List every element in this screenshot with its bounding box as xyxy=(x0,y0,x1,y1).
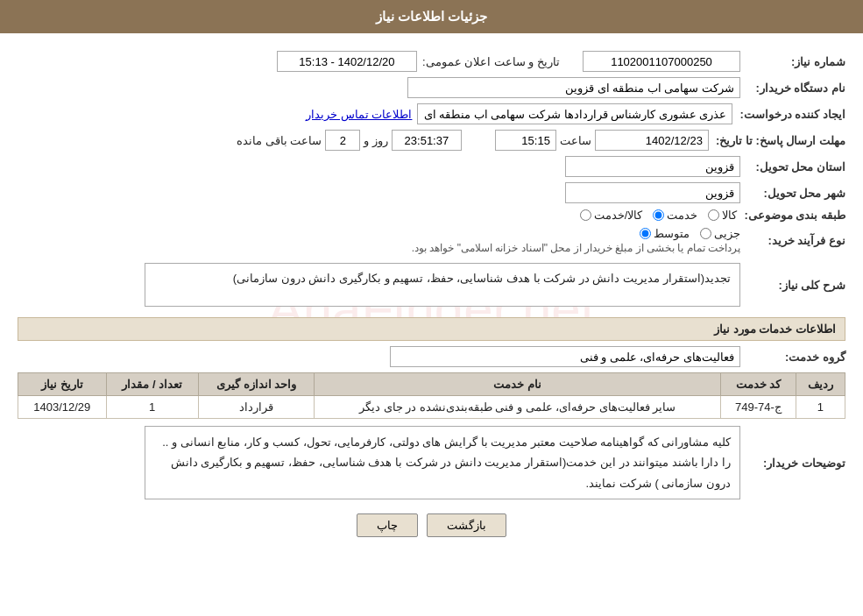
deadline-label: مهلت ارسال پاسخ: تا تاریخ: xyxy=(709,134,845,147)
process-radio-group: جزیی متوسط xyxy=(640,227,740,240)
cell-unit: قرارداد xyxy=(198,396,315,419)
category-radio-group: کالا خدمت کالا/خدمت xyxy=(580,209,738,222)
remaining-day-label: روز و xyxy=(364,134,388,147)
bottom-buttons-container: بازگشت چاپ xyxy=(18,513,845,537)
cell-rownum: 1 xyxy=(796,396,845,419)
cell-code: ج-74-749 xyxy=(721,396,796,419)
deadline-date-input[interactable] xyxy=(595,130,709,151)
category-option-goods[interactable]: کالا xyxy=(708,209,737,222)
remaining-days-input[interactable] xyxy=(325,130,360,151)
need-number-label: شماره نیاز: xyxy=(740,55,845,68)
page-title: جزئیات اطلاعات نیاز xyxy=(376,9,487,24)
category-goods-radio[interactable] xyxy=(708,209,719,221)
process-label: نوع فرآیند خرید: xyxy=(740,234,845,247)
category-service-label: خدمت xyxy=(667,209,697,222)
creator-label: ایجاد کننده درخواست: xyxy=(732,108,845,121)
deadline-time-input[interactable] xyxy=(495,130,556,151)
process-option-medium[interactable]: متوسط xyxy=(640,227,690,240)
announce-date-input[interactable] xyxy=(277,51,417,72)
service-group-input[interactable] xyxy=(390,346,740,367)
category-service-radio[interactable] xyxy=(653,209,664,221)
category-option-service[interactable]: خدمت xyxy=(653,209,697,222)
category-option-both[interactable]: کالا/خدمت xyxy=(580,209,643,222)
back-button[interactable]: بازگشت xyxy=(427,513,506,537)
table-row: 1 ج-74-749 سایر فعالیت‌های حرفه‌ای، علمی… xyxy=(18,396,845,419)
category-both-radio[interactable] xyxy=(580,209,591,221)
col-header-unit: واحد اندازه گیری xyxy=(198,373,315,396)
col-header-code: کد خدمت xyxy=(721,373,796,396)
need-desc-label: شرح کلی نیاز: xyxy=(740,279,845,292)
creator-contact-link[interactable]: اطلاعات تماس خریدار xyxy=(306,108,412,121)
city-input[interactable] xyxy=(565,182,740,203)
print-button[interactable]: چاپ xyxy=(357,513,418,537)
process-medium-radio[interactable] xyxy=(640,228,651,239)
deadline-time-label: ساعت xyxy=(560,134,591,147)
process-note: پرداخت تمام یا بخشی از مبلغ خریدار از مح… xyxy=(412,242,740,254)
category-goods-label: کالا xyxy=(722,209,737,222)
cell-name: سایر فعالیت‌های حرفه‌ای، علمی و فنی طبقه… xyxy=(315,396,721,419)
cell-date: 1403/12/29 xyxy=(18,396,107,419)
buyer-org-label: نام دستگاه خریدار: xyxy=(740,81,845,95)
process-medium-label: متوسط xyxy=(654,227,690,240)
province-input[interactable] xyxy=(565,156,740,177)
service-group-label: گروه خدمت: xyxy=(740,350,845,364)
page-header: جزئیات اطلاعات نیاز xyxy=(0,0,863,33)
services-section-title: اطلاعات خدمات مورد نیاز xyxy=(18,317,845,341)
creator-input[interactable] xyxy=(417,103,732,124)
buyer-desc-label: توضیحات خریدار: xyxy=(740,457,845,470)
announce-date-label: تاریخ و ساعت اعلان عمومی: xyxy=(422,55,560,68)
col-header-rownum: ردیف xyxy=(796,373,845,396)
services-table: ردیف کد خدمت نام خدمت واحد اندازه گیری ت… xyxy=(18,372,845,419)
services-table-container: ردیف کد خدمت نام خدمت واحد اندازه گیری ت… xyxy=(18,372,845,419)
process-partial-radio[interactable] xyxy=(700,228,711,239)
remaining-label: ساعت باقی مانده xyxy=(237,134,322,147)
need-number-input[interactable] xyxy=(583,51,740,72)
remaining-time-input[interactable] xyxy=(392,130,462,151)
process-partial-label: جزیی xyxy=(714,227,740,240)
province-label: استان محل تحویل: xyxy=(740,160,845,173)
category-label: طبقه بندی موضوعی: xyxy=(737,209,845,222)
buyer-desc-box: کلیه مشاورانی که گواهینامه صلاحیت معتبر … xyxy=(145,426,740,499)
process-option-partial[interactable]: جزیی xyxy=(700,227,740,240)
col-header-date: تاریخ نیاز xyxy=(18,373,107,396)
buyer-org-input[interactable] xyxy=(407,77,740,98)
col-header-qty: تعداد / مقدار xyxy=(106,373,198,396)
city-label: شهر محل تحویل: xyxy=(740,187,845,200)
cell-qty: 1 xyxy=(106,396,198,419)
category-both-label: کالا/خدمت xyxy=(594,209,643,222)
col-header-name: نام خدمت xyxy=(315,373,721,396)
need-desc-box: تجدید(استقرار مدیریت دانش در شرکت با هدف… xyxy=(145,263,740,307)
